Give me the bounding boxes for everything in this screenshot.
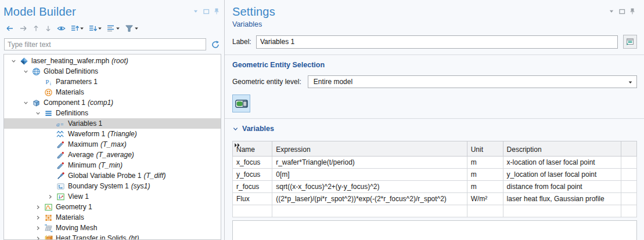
probe-icon xyxy=(55,161,66,170)
pin-panel-button[interactable] xyxy=(214,8,219,14)
chevron-down-icon[interactable] xyxy=(9,58,19,64)
tree-filter-input[interactable] xyxy=(4,38,206,50)
svg-text:i: i xyxy=(49,81,51,86)
chevron-right-icon[interactable] xyxy=(33,235,43,240)
panel-menu-button[interactable] xyxy=(609,9,614,14)
chevron-down-icon[interactable] xyxy=(21,100,31,106)
tree-item-tag: (sys1) xyxy=(131,182,150,190)
pin-icon xyxy=(630,8,635,14)
var-cell-unit[interactable] xyxy=(467,205,503,217)
chevron-right-icon[interactable] xyxy=(33,204,43,210)
model-root-icon xyxy=(19,57,29,66)
arrow-up-icon xyxy=(32,24,40,33)
column-header-unit[interactable]: Unit xyxy=(467,141,503,157)
var-cell-name[interactable]: x_focus xyxy=(233,157,272,169)
var-cell-extra xyxy=(621,205,636,217)
column-header-name[interactable]: Name xyxy=(233,141,272,157)
column-header-description[interactable]: Description xyxy=(503,141,621,157)
forward-button[interactable] xyxy=(17,23,29,34)
var-cell-expression[interactable]: 0[m] xyxy=(272,169,467,181)
settings-header: Settings xyxy=(232,5,637,19)
probe-icon xyxy=(55,151,66,159)
collapse-all-button[interactable] xyxy=(69,23,85,34)
chevron-down-icon[interactable] xyxy=(33,110,43,117)
var-cell-description[interactable]: distance from focal point xyxy=(503,181,621,193)
tree-item-view-1[interactable]: View 1 xyxy=(4,191,221,202)
tree-item-global-definitions[interactable]: Global Definitions xyxy=(4,66,221,77)
var-cell-description[interactable]: laser heat flux, Gaussian profile xyxy=(503,193,621,205)
chevron-right-icon[interactable] xyxy=(33,225,43,231)
tree-item-materials[interactable]: Materials xyxy=(4,212,221,223)
list-up-icon xyxy=(70,24,80,33)
var-cell-unit[interactable]: m xyxy=(467,157,503,169)
tree-item-definitions[interactable]: Definitions xyxy=(4,108,221,118)
chevron-down-icon[interactable] xyxy=(21,68,31,75)
tree-item-heat-transfer-in-solids[interactable]: Heat Transfer in Solids(ht) xyxy=(4,233,221,240)
pin-panel-button[interactable] xyxy=(630,8,635,14)
tree-item-waveform-1[interactable]: Waveform 1(Triangle) xyxy=(4,129,221,139)
var-cell-name[interactable]: r_focus xyxy=(233,181,272,193)
tree-item-label: View 1 xyxy=(68,192,89,201)
chevron-right-icon[interactable] xyxy=(33,214,43,221)
var-cell-name[interactable]: y_focus xyxy=(233,169,272,181)
tree-item-parameters-1[interactable]: PiParameters 1 xyxy=(4,77,221,87)
tree-item-laser-heating-wafer-mph[interactable]: laser_heating_wafer.mph(root) xyxy=(4,56,221,66)
caret-down-small-icon xyxy=(80,26,84,31)
tree-item-variables-1[interactable]: a=Variables 1 xyxy=(4,118,221,129)
rename-button[interactable] xyxy=(623,35,637,49)
label-field-label: Label: xyxy=(232,38,256,46)
var-cell-description[interactable]: y_location of laser focal point xyxy=(503,169,621,181)
refresh-button[interactable] xyxy=(211,40,220,49)
move-down-button[interactable] xyxy=(43,23,53,34)
model-builder-panel: Model Builder laser_heating_wafer.mph(ro… xyxy=(0,0,225,240)
var-cell-name[interactable] xyxy=(233,205,272,217)
var-cell-expression[interactable]: sqrt((x-x_focus)^2+(y-y_focus)^2) xyxy=(272,181,467,193)
svg-text:P: P xyxy=(45,78,49,85)
var-cell-expression[interactable]: ((2*p_laser)/(pi*r_spot^2))*exp(-(2*r_fo… xyxy=(272,193,467,205)
globe-icon xyxy=(31,67,41,76)
geometry-icon xyxy=(43,203,53,212)
tree-item-component-1[interactable]: Component 1(comp1) xyxy=(4,97,221,108)
tree-item-maximum[interactable]: Maximum(T_max) xyxy=(4,139,221,150)
tree-item-minimum[interactable]: Minimum(T_min) xyxy=(4,160,221,170)
panel-menu-button[interactable] xyxy=(193,9,199,14)
filter-button[interactable] xyxy=(123,23,140,34)
tree-item-materials[interactable]: Materials xyxy=(4,87,221,97)
var-cell-unit[interactable]: m xyxy=(467,169,503,181)
var-cell-description[interactable]: x-location of laser focal point xyxy=(503,157,621,169)
variables-icon: a= xyxy=(55,119,66,128)
tree-item-geometry-1[interactable]: Geometry 1 xyxy=(4,202,221,212)
table-row-flux: Flux((2*p_laser)/(pi*r_spot^2))*exp(-(2*… xyxy=(233,193,637,205)
expand-all-button[interactable] xyxy=(87,23,103,34)
back-button[interactable] xyxy=(4,23,16,34)
entity-level-row: Geometric entity level: Entire model xyxy=(232,75,637,88)
var-cell-expression[interactable] xyxy=(272,205,467,217)
float-panel-button[interactable] xyxy=(619,9,625,14)
tree-item-label: Minimum xyxy=(68,161,96,169)
column-header-expression[interactable]: Expression xyxy=(272,141,467,157)
caret-down-small-icon xyxy=(98,26,102,31)
caret-down-small-icon xyxy=(134,26,139,31)
var-cell-expression[interactable]: r_wafer*Triangle(t/period) xyxy=(272,157,467,169)
rename-form-icon xyxy=(625,37,635,46)
tree-item-boundary-system-1[interactable]: Boundary System 1(sys1) xyxy=(4,181,221,191)
float-panel-button[interactable] xyxy=(203,9,210,14)
entity-level-select[interactable]: Entire model xyxy=(308,75,637,88)
var-cell-description[interactable] xyxy=(503,205,621,217)
var-cell-unit[interactable]: m xyxy=(467,181,503,193)
variables-section-header[interactable]: Variables xyxy=(232,125,637,133)
active-toggle-button[interactable] xyxy=(232,94,250,112)
caret-down-small-icon xyxy=(116,26,120,31)
table-empty-area[interactable] xyxy=(232,220,637,240)
model-tree-node-text-button[interactable] xyxy=(105,23,121,34)
move-up-button[interactable] xyxy=(31,23,41,34)
pin-icon xyxy=(214,8,219,14)
tree-item-moving-mesh[interactable]: Moving Mesh xyxy=(4,223,221,233)
var-cell-name[interactable]: Flux xyxy=(233,193,272,205)
var-cell-unit[interactable]: W/m² xyxy=(467,193,503,205)
show-button[interactable] xyxy=(55,23,67,34)
tree-item-global-variable-probe-1[interactable]: Global Variable Probe 1(T_diff) xyxy=(4,170,221,181)
tree-item-average[interactable]: Average(T_average) xyxy=(4,150,221,160)
chevron-right-icon[interactable] xyxy=(45,194,55,200)
label-input[interactable] xyxy=(256,35,618,49)
